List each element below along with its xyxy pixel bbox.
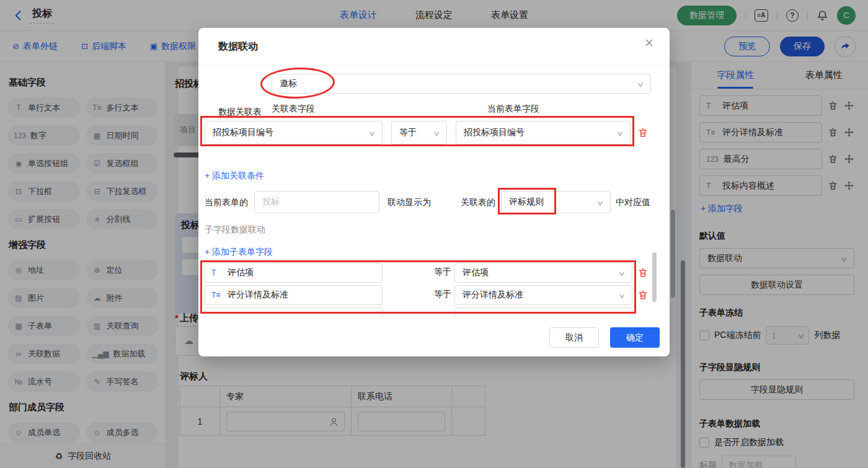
subfield-right-select[interactable]: 评估项 xyxy=(454,263,632,283)
subfield-left-label: 评分详情及标准 xyxy=(228,289,288,301)
current-form-field-input[interactable]: 投标 xyxy=(254,191,379,213)
subfield-operator: 等于 xyxy=(434,289,451,300)
relation-table-field-value: 评标规则 xyxy=(509,196,544,208)
subfield-rows-container: T 评估项 等于 评估项 T≡ 评分详情及标准 等于 评分详情及标准 xyxy=(205,263,632,317)
chevron-down-icon xyxy=(638,79,643,89)
relation-table-select[interactable]: 邀标 xyxy=(272,74,651,94)
condition-left-select[interactable]: 招投标项目编号 xyxy=(205,121,383,144)
relation-table-field-select[interactable]: 评标规则 xyxy=(501,191,611,213)
column-header-relation-field: 关联表字段 xyxy=(272,104,315,115)
relation-table-value: 邀标 xyxy=(280,78,297,89)
delete-subfield-icon[interactable] xyxy=(637,267,649,278)
add-subform-field-link[interactable]: + 添加子表单字段 xyxy=(205,247,273,258)
relation-table-label: 数据关联表 xyxy=(218,107,262,118)
delete-condition-icon[interactable] xyxy=(637,127,649,138)
modal-header-divider xyxy=(198,65,670,66)
delete-subfield-icon[interactable] xyxy=(637,289,649,301)
condition-right-select[interactable]: 招投标项目编号 xyxy=(456,121,631,144)
subfield-row-partial xyxy=(205,307,632,317)
chevron-down-icon xyxy=(619,290,624,300)
chevron-down-icon xyxy=(619,268,624,278)
corresponding-value-label: 中对应值 xyxy=(616,197,650,208)
subfield-linkage-title: 子字段数据联动 xyxy=(205,224,265,236)
subfield-operator: 等于 xyxy=(434,267,451,278)
add-condition-link[interactable]: + 添加关联条件 xyxy=(205,170,264,182)
linkage-display-label: 联动显示为 xyxy=(388,197,431,208)
condition-right-value: 招投标项目编号 xyxy=(464,127,525,138)
subfield-right-value: 评分详情及标准 xyxy=(463,289,523,301)
subfield-row: T≡ 评分详情及标准 等于 评分详情及标准 xyxy=(205,285,632,305)
condition-operator-select[interactable]: 等于 xyxy=(391,121,447,144)
condition-operator-value: 等于 xyxy=(399,127,417,138)
subfield-right-value: 评估项 xyxy=(463,267,489,278)
subfield-right-select[interactable]: 评分详情及标准 xyxy=(454,285,632,305)
chevron-down-icon xyxy=(434,128,439,138)
subfield-left-box[interactable] xyxy=(205,307,383,317)
subfield-right-select[interactable] xyxy=(454,307,632,317)
column-header-current-field: 当前表单字段 xyxy=(487,104,539,115)
subfield-left-box[interactable]: T 评估项 xyxy=(205,263,383,283)
modal-title: 数据联动 xyxy=(218,40,258,53)
app-screen: 投标 表单设计 流程设定 表单设置 数据管理 C ⊘ 表单外链 ⊡ 后端脚本 ▣ xyxy=(0,0,868,468)
single-line-text-icon: T xyxy=(211,268,223,277)
modal-scrollbar-thumb[interactable] xyxy=(652,252,657,302)
confirm-button[interactable]: 确定 xyxy=(610,327,660,348)
chevron-down-icon xyxy=(618,128,622,138)
condition-left-value: 招投标项目编号 xyxy=(213,127,273,138)
chevron-down-icon xyxy=(598,197,603,207)
close-icon[interactable]: × xyxy=(645,35,653,50)
relation-table-prefix-label: 关联表的 xyxy=(461,197,495,208)
subfield-left-box[interactable]: T≡ 评分详情及标准 xyxy=(205,285,383,305)
data-linkage-modal: 数据联动 × 数据关联表 邀标 关联表字段 当前表单字段 招投标项目编号 等于 … xyxy=(198,28,670,356)
chevron-down-icon xyxy=(370,128,374,138)
current-form-prefix-label: 当前表单的 xyxy=(205,197,248,208)
subfield-row: T 评估项 等于 评估项 xyxy=(205,263,632,283)
cancel-button[interactable]: 取消 xyxy=(549,327,599,348)
subfield-left-label: 评估项 xyxy=(228,267,254,278)
multi-line-text-icon: T≡ xyxy=(211,291,223,299)
